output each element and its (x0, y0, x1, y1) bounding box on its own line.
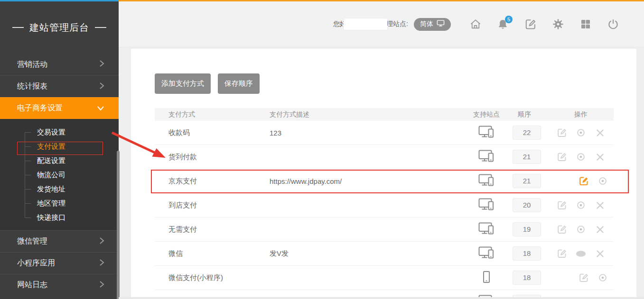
sidebar-subitem-交易设置[interactable]: 交易设置 (0, 125, 119, 139)
delete-icon[interactable] (595, 224, 605, 235)
sidebar-subitem-物流公司[interactable]: 物流公司 (0, 168, 119, 182)
payment-method-name: 微信 (155, 249, 270, 258)
delete-icon[interactable] (595, 127, 605, 138)
delete-icon[interactable] (595, 152, 605, 162)
col-header-payment-method: 支付方式 (155, 110, 270, 119)
sidebar-item-小程序应用[interactable]: 小程序应用 (0, 252, 119, 274)
edit-icon[interactable] (557, 248, 567, 259)
row-actions (548, 152, 614, 162)
payment-method-name: 货到付款 (155, 153, 270, 162)
col-header-description: 支付方式描述 (270, 110, 467, 119)
sidebar-item-label: 营销活动 (17, 60, 47, 70)
table-body: 收款码12322货到付款21京东支付https://www.jdpay.com/… (155, 121, 614, 297)
sidebar-subitem-配送设置[interactable]: 配送设置 (0, 154, 119, 168)
row-actions (548, 176, 614, 186)
app-title-text: 建站管理后台 (29, 21, 89, 34)
sidebar-submenu: 交易设置支付设置配送设置物流公司发货地址地区管理快递接口 (0, 119, 119, 230)
gear-icon[interactable] (551, 18, 564, 31)
sidebar-subitem-地区管理[interactable]: 地区管理 (0, 196, 119, 210)
order-input[interactable]: 18 (513, 271, 541, 285)
edit-icon[interactable] (579, 272, 589, 283)
bell-icon[interactable]: 5 (496, 18, 509, 31)
table-row: 收款码12322 (155, 121, 614, 145)
order-input[interactable]: 22 (513, 126, 541, 140)
view-icon[interactable] (576, 152, 586, 162)
sidebar-subitem-快递接口[interactable]: 快递接口 (0, 210, 119, 225)
desktop-and-mobile-icon (478, 246, 495, 261)
view-icon[interactable] (597, 272, 608, 283)
notification-badge: 5 (505, 16, 513, 23)
sidebar: 建站管理后台 营销活动统计报表电子商务设置交易设置支付设置配送设置物流公司发货地… (0, 1, 119, 299)
row-actions (548, 272, 614, 283)
table-row: 到店支付20 (155, 193, 614, 217)
row-actions (548, 248, 614, 259)
language-switch-button[interactable]: 简体 (414, 18, 451, 31)
save-order-button[interactable]: 保存顺序 (218, 73, 260, 94)
header-icons: 5 (469, 18, 619, 31)
monitor-icon (437, 20, 445, 28)
table-header-row: 支付方式 支付方式描述 支持站点 顺序 操作 (155, 108, 614, 121)
table-row: 微信发V发18 (155, 242, 614, 266)
order-input[interactable]: 21 (513, 174, 541, 188)
payment-method-description: 123 (270, 129, 467, 137)
sidebar-scrollbar[interactable] (117, 151, 120, 299)
delete-icon[interactable] (595, 248, 605, 259)
order-input[interactable]: 18 (513, 246, 541, 261)
table-row: 微信支付(小程序)18 (155, 266, 614, 290)
add-payment-method-button[interactable]: 添加支付方式 (155, 73, 211, 94)
payment-method-name: 到店支付 (155, 201, 270, 210)
order-input[interactable]: 19 (513, 222, 541, 236)
row-actions (548, 200, 614, 210)
table-row: 京东支付https://www.jdpay.com/21 (155, 169, 614, 193)
payment-method-description: https://www.jdpay.com/ (270, 177, 467, 185)
edit-icon[interactable] (557, 152, 567, 162)
apps-grid-icon[interactable] (579, 18, 592, 31)
chevron-right-icon (99, 82, 104, 91)
sidebar-item-营销活动[interactable]: 营销活动 (0, 54, 119, 75)
sidebar-item-统计报表[interactable]: 统计报表 (0, 75, 119, 97)
content-panel: 添加支付方式 保存顺序 支付方式 支付方式描述 支持站点 顺序 操作 收款码12… (131, 49, 636, 297)
sidebar-nav: 营销活动统计报表电子商务设置交易设置支付设置配送设置物流公司发货地址地区管理快递… (0, 54, 119, 296)
chevron-right-icon (99, 281, 104, 290)
col-header-actions: 操作 (548, 110, 614, 119)
chevron-right-icon (99, 259, 104, 268)
order-input[interactable]: 21 (513, 150, 541, 164)
power-icon[interactable] (607, 18, 619, 31)
sidebar-item-label: 微信管理 (17, 236, 47, 246)
sidebar-item-电子商务设置[interactable]: 电子商务设置 (0, 97, 119, 119)
payment-method-name: 无需支付 (155, 225, 270, 234)
sidebar-item-label: 小程序应用 (17, 258, 55, 268)
payment-method-name: 京东支付 (155, 177, 270, 186)
language-label: 简体 (420, 20, 433, 28)
delete-icon[interactable] (595, 200, 605, 210)
col-header-supported-sites: 支持站点 (467, 110, 505, 119)
title-dash-right (95, 27, 106, 28)
sidebar-subitem-发货地址[interactable]: 发货地址 (0, 182, 119, 196)
table-row-partial (155, 290, 614, 297)
sidebar-item-label: 电子商务设置 (17, 103, 63, 113)
title-dash-left (12, 27, 24, 28)
edit-icon[interactable] (557, 200, 567, 210)
edit-icon[interactable] (557, 224, 567, 235)
view-icon[interactable] (576, 224, 586, 235)
chevron-right-icon (99, 237, 104, 246)
sidebar-item-微信管理[interactable]: 微信管理 (0, 230, 119, 252)
col-header-order: 顺序 (505, 110, 548, 119)
order-input[interactable]: 20 (513, 198, 541, 212)
home-icon[interactable] (469, 18, 482, 31)
sidebar-subitem-支付设置[interactable]: 支付设置 (0, 139, 119, 154)
desktop-and-mobile-icon (478, 126, 495, 140)
edit-icon[interactable] (579, 176, 589, 186)
view-icon[interactable] (597, 176, 608, 186)
table-row: 货到付款21 (155, 145, 614, 169)
row-actions (548, 127, 614, 138)
sidebar-item-网站日志[interactable]: 网站日志 (0, 274, 119, 296)
view-icon[interactable] (576, 127, 586, 138)
page-bottom-edge (119, 297, 644, 299)
compose-icon[interactable] (524, 18, 537, 31)
mobile-only-icon (483, 271, 490, 284)
chevron-down-icon (97, 104, 104, 113)
hidden-eye-icon[interactable] (576, 248, 586, 259)
view-icon[interactable] (576, 200, 586, 210)
edit-icon[interactable] (557, 127, 567, 138)
